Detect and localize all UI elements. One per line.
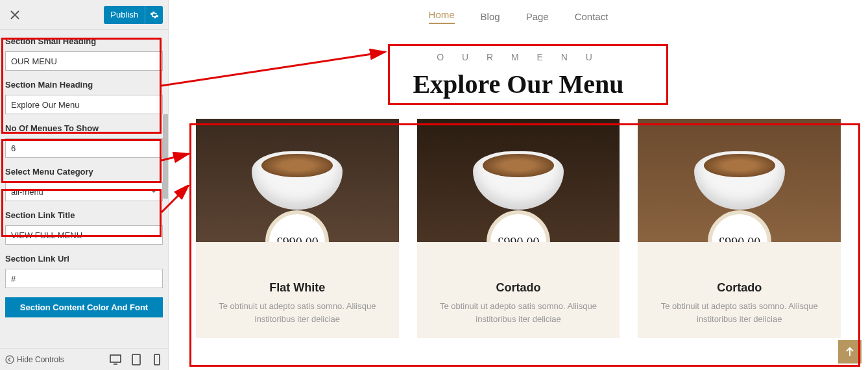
field-category: Select Menu Category all-menu: [5, 167, 163, 201]
menu-card-title: Cortado: [430, 281, 607, 295]
nav-item-contact[interactable]: Contact: [575, 11, 609, 22]
nav-item-page[interactable]: Page: [526, 11, 549, 22]
preview-area: Home Blog Page Contact O U R M E N U Exp…: [169, 0, 868, 370]
menu-card-description: Te obtinuit ut adepto satis somno. Aliis…: [209, 300, 386, 325]
link-title-input[interactable]: [5, 225, 163, 245]
close-button[interactable]: [5, 5, 25, 25]
customizer-sidebar: Publish Section Small Heading Section Ma…: [0, 0, 169, 370]
sidebar-body: Section Small Heading Section Main Headi…: [0, 30, 168, 348]
hide-controls-label: Hide Controls: [17, 355, 64, 364]
tablet-icon[interactable]: [130, 354, 142, 365]
menu-card-title: Flat White: [209, 281, 386, 295]
field-label: No Of Menues To Show: [5, 123, 163, 133]
mobile-icon[interactable]: [151, 354, 163, 365]
scrollbar-thumb[interactable]: [163, 114, 168, 199]
menu-card-title: Cortado: [651, 281, 828, 295]
category-select[interactable]: all-menu: [5, 182, 163, 201]
close-icon: [10, 10, 19, 19]
menu-card-image: £990.00: [196, 119, 399, 242]
gear-icon: [150, 10, 159, 19]
menu-cards-row: £990.00 Flat White Te obtinuit ut adepto…: [169, 99, 868, 338]
publish-button[interactable]: Publish: [104, 6, 145, 24]
menu-card[interactable]: £990.00 Cortado Te obtinuit ut adepto sa…: [638, 119, 841, 338]
arrow-up-icon: [845, 347, 855, 357]
sidebar-footer: Hide Controls: [0, 348, 168, 370]
menu-card[interactable]: £990.00 Cortado Te obtinuit ut adepto sa…: [417, 119, 620, 338]
nav-menu: Home Blog Page Contact: [169, 0, 868, 32]
main-heading-input[interactable]: [5, 95, 163, 114]
field-label: Section Link Url: [5, 254, 163, 264]
field-link-title: Section Link Title: [5, 210, 163, 245]
menu-card[interactable]: £990.00 Flat White Te obtinuit ut adepto…: [196, 119, 399, 338]
svg-rect-5: [132, 354, 140, 365]
collapse-icon: [5, 355, 14, 364]
content-color-font-button[interactable]: Section Content Color And Font: [5, 297, 163, 317]
section-small-heading: O U R M E N U: [169, 52, 868, 62]
svg-rect-3: [110, 355, 121, 362]
field-small-heading: Section Small Heading: [5, 36, 163, 71]
svg-point-2: [6, 356, 14, 364]
field-label: Section Small Heading: [5, 36, 163, 46]
field-link-url: Section Link Url: [5, 254, 163, 288]
field-label: Select Menu Category: [5, 167, 163, 177]
link-url-input[interactable]: [5, 269, 163, 288]
small-heading-input[interactable]: [5, 51, 163, 71]
desktop-icon[interactable]: [110, 354, 121, 365]
nav-item-home[interactable]: Home: [429, 9, 455, 24]
field-label: Section Link Title: [5, 210, 163, 220]
hide-controls-button[interactable]: Hide Controls: [5, 355, 64, 364]
no-of-menus-input[interactable]: [5, 138, 163, 158]
nav-item-blog[interactable]: Blog: [481, 11, 500, 22]
menu-card-image: £990.00: [417, 119, 620, 242]
field-main-heading: Section Main Heading: [5, 80, 163, 114]
field-no-of-menus: No Of Menues To Show: [5, 123, 163, 158]
section-main-heading: Explore Our Menu: [169, 69, 868, 99]
menu-card-image: £990.00: [638, 119, 841, 242]
sidebar-header: Publish: [0, 0, 168, 30]
field-label: Section Main Heading: [5, 80, 163, 90]
menu-card-description: Te obtinuit ut adepto satis somno. Aliis…: [430, 300, 607, 325]
svg-rect-6: [154, 354, 160, 365]
scroll-to-top-button[interactable]: [838, 340, 862, 364]
publish-settings-button[interactable]: [145, 6, 163, 24]
menu-card-description: Te obtinuit ut adepto satis somno. Aliis…: [651, 300, 828, 325]
